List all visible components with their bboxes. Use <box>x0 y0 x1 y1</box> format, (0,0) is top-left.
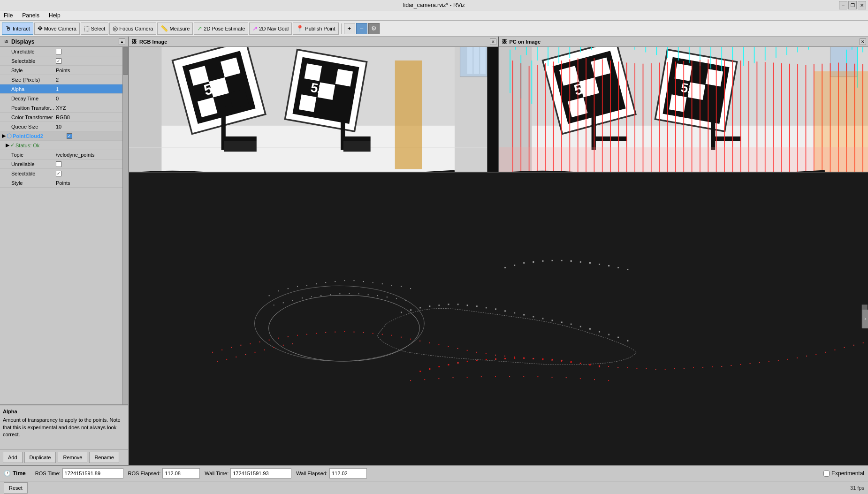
duplicate-button[interactable]: Duplicate <box>24 452 56 463</box>
svg-rect-66 <box>711 96 715 150</box>
svg-rect-158 <box>297 286 298 287</box>
menu-help[interactable]: Help <box>47 11 62 20</box>
toolbar-settings-button[interactable]: ⚙ <box>368 23 380 34</box>
svg-rect-165 <box>363 281 364 282</box>
close-button[interactable]: ✕ <box>858 1 866 9</box>
svg-rect-279 <box>853 345 854 346</box>
svg-rect-195 <box>486 307 487 308</box>
svg-rect-191 <box>448 304 449 305</box>
displays-scroll-thumb[interactable] <box>123 47 128 75</box>
svg-rect-317 <box>509 376 510 377</box>
pc-title-text: PC on Image <box>510 39 541 45</box>
svg-rect-176 <box>320 295 321 296</box>
color-transformer-value: RGB8 <box>56 114 121 120</box>
rgb-image-header: 🖼 RGB Image ✕ <box>129 37 498 47</box>
svg-rect-64 <box>591 106 595 150</box>
toolbar-minus-button[interactable]: – <box>356 23 367 34</box>
svg-rect-306 <box>571 361 572 363</box>
add-button[interactable]: Add <box>3 452 23 463</box>
svg-rect-173 <box>292 300 293 301</box>
svg-rect-288 <box>283 345 284 346</box>
svg-rect-189 <box>429 305 430 307</box>
svg-rect-323 <box>594 379 595 380</box>
remove-button[interactable]: Remove <box>58 452 87 463</box>
status-expand[interactable]: ▶ <box>6 142 9 148</box>
svg-rect-332 <box>571 260 572 262</box>
pose-estimate-button[interactable]: ↗ 2D Pose Estimate <box>194 23 248 35</box>
svg-rect-331 <box>561 260 563 261</box>
selectable-checkbox-2[interactable] <box>56 171 61 176</box>
svg-rect-224 <box>335 332 335 333</box>
svg-rect-164 <box>354 280 355 281</box>
svg-rect-258 <box>655 369 656 370</box>
svg-rect-232 <box>410 339 411 340</box>
svg-rect-293 <box>448 364 449 365</box>
experimental-checkbox[interactable] <box>823 471 830 477</box>
unreliable-key-1: Unreliable <box>2 49 56 54</box>
pc-image-title: 🖼 PC on Image <box>501 38 541 45</box>
svg-rect-309 <box>599 366 600 367</box>
svg-rect-193 <box>467 304 468 306</box>
focus-camera-button[interactable]: ◎ Focus Camera <box>109 23 156 35</box>
display-row-queue-size: Queue Size 10 <box>0 122 122 131</box>
svg-rect-266 <box>731 365 731 366</box>
svg-rect-194 <box>476 305 478 307</box>
publish-point-button[interactable]: 📍 Publish Point <box>293 23 338 35</box>
ros-elapsed-input[interactable] <box>162 468 200 479</box>
svg-rect-198 <box>514 312 515 313</box>
pointcloud2-label: PointCloud2 <box>13 133 67 139</box>
rgb-close-button[interactable]: ✕ <box>490 38 496 45</box>
display-row-alpha[interactable]: Alpha 1 <box>0 84 122 94</box>
svg-rect-67 <box>713 137 740 141</box>
svg-rect-216 <box>259 342 260 342</box>
svg-rect-278 <box>844 347 845 348</box>
displays-scrollbar[interactable] <box>122 47 128 404</box>
viewport-collapse-arrow[interactable]: › <box>862 310 868 328</box>
svg-rect-305 <box>561 360 563 361</box>
viewports-top: 🖼 RGB Image ✕ <box>129 37 868 173</box>
pc-panel-icon: 🖼 <box>501 38 508 45</box>
ros-elapsed-group: ROS Elapsed: <box>128 468 200 479</box>
svg-rect-300 <box>514 357 515 359</box>
measure-button[interactable]: 📏 Measure <box>157 23 193 35</box>
svg-rect-239 <box>476 352 477 353</box>
nav-goal-button[interactable]: ↗ 2D Nav Goal <box>249 23 292 35</box>
svg-rect-335 <box>599 264 600 265</box>
svg-rect-220 <box>297 335 298 336</box>
selectable-checkbox-1[interactable] <box>56 58 61 64</box>
wall-time-input[interactable] <box>230 468 291 479</box>
unreliable-checkbox-1[interactable] <box>56 49 61 54</box>
svg-rect-283 <box>236 357 236 357</box>
pose-estimate-icon: ↗ <box>197 25 202 32</box>
wall-elapsed-input[interactable] <box>329 468 367 479</box>
displays-scroll-button[interactable]: ▲ <box>119 38 125 45</box>
display-row-pointcloud2[interactable]: ▶ ⬡ PointCloud2 <box>0 131 122 141</box>
pointcloud2-expand[interactable]: ▶ <box>2 133 6 139</box>
ros-time-input[interactable] <box>62 468 123 479</box>
reset-button[interactable]: Reset <box>4 482 28 494</box>
alpha-value: 1 <box>56 86 121 92</box>
svg-rect-328 <box>533 261 534 263</box>
interact-button[interactable]: 🖱 Interact <box>2 23 33 35</box>
svg-rect-242 <box>504 356 505 357</box>
restore-button[interactable]: ❐ <box>848 1 857 9</box>
toolbar-add-button[interactable]: + <box>344 23 355 34</box>
move-camera-button[interactable]: ✥ Move Camera <box>34 23 80 35</box>
pc-close-button[interactable]: ✕ <box>860 38 866 45</box>
svg-rect-307 <box>580 363 581 364</box>
pointcloud2-checkbox[interactable] <box>67 133 72 139</box>
rename-button[interactable]: Rename <box>89 452 119 463</box>
ros-elapsed-label: ROS Elapsed: <box>128 471 161 476</box>
displays-inner: Unreliable Selectable Style Points Size … <box>0 47 128 404</box>
unreliable-checkbox-2[interactable] <box>56 161 61 167</box>
svg-rect-315 <box>481 376 482 377</box>
svg-rect-276 <box>825 352 826 353</box>
select-button[interactable]: ⬚ Select <box>81 23 109 35</box>
menu-panels[interactable]: Panels <box>20 11 41 20</box>
minimize-button[interactable]: – <box>839 1 847 9</box>
svg-rect-225 <box>344 331 345 332</box>
menu-file[interactable]: File <box>2 11 15 20</box>
nav-goal-icon: ↗ <box>252 25 258 32</box>
svg-rect-329 <box>542 260 543 262</box>
pos-transformer-value: XYZ <box>56 105 121 111</box>
